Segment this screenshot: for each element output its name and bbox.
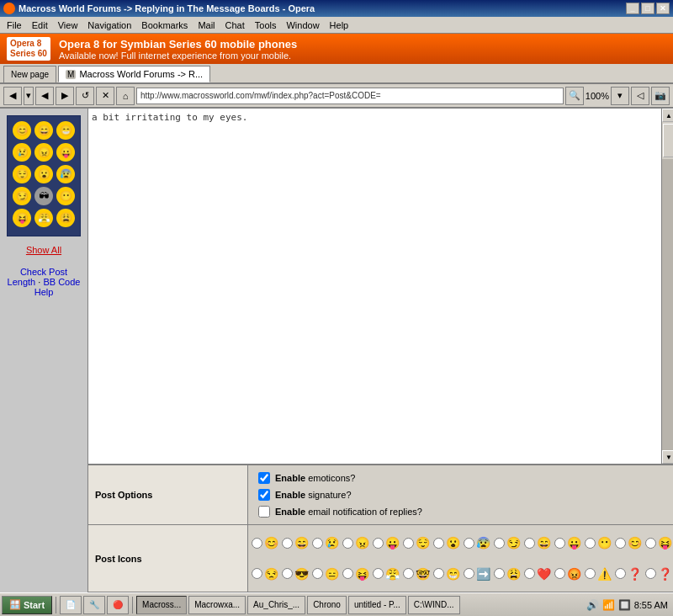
nav-dropdown-button[interactable]: ▾ [24,87,34,105]
icon-radio-20[interactable] [403,568,414,579]
option-emoticons: Enable emoticons? [258,472,665,484]
icon-radio-1[interactable] [252,538,262,549]
active-tab[interactable]: M Macross World Forums -> R... [58,66,210,82]
icon-radio-3[interactable] [312,538,323,549]
icon-radio-24[interactable] [524,568,535,579]
emoticon-4[interactable]: 😢 [13,143,31,162]
stop-button[interactable]: ✕ [96,87,114,105]
menu-navigation[interactable]: Navigation [82,19,136,32]
show-all-button[interactable]: Show All [26,245,61,255]
icon-radio-5[interactable] [373,538,384,549]
menu-edit[interactable]: Edit [27,19,53,32]
window-controls[interactable]: _ □ ✕ [626,3,670,14]
emoticons-checkbox[interactable] [258,472,270,484]
camera-button[interactable]: 📷 [651,87,670,105]
forward-button[interactable]: ▶ [56,87,74,105]
menu-chat[interactable]: Chat [220,19,250,32]
icon-radio-16[interactable] [282,568,293,579]
emoticon-12[interactable]: 😶 [56,187,75,205]
smiley-21: 😁 [446,567,460,581]
icon-radio-27[interactable] [615,568,626,579]
icon-radio-4[interactable] [342,538,353,549]
icon-radio-18[interactable] [342,568,353,579]
menu-tools[interactable]: Tools [250,19,282,32]
post-icon-cell-28: ❓ [645,567,672,581]
icon-radio-10[interactable] [524,538,535,549]
taskbar-macrowxa[interactable]: Macrowxa... [188,596,246,614]
emoticon-8[interactable]: 😮 [34,165,53,183]
new-page-tab[interactable]: New page [3,66,56,82]
email-checkbox[interactable] [258,506,270,518]
taskbar-auchris[interactable]: Au_Chris_... [247,596,305,614]
icon-radio-22[interactable] [464,568,474,579]
textarea-scrollbar[interactable]: ▲ ▼ [662,109,673,464]
smiley-28: ❓ [658,567,672,581]
icon-radio-11[interactable] [554,538,565,549]
emoticon-15[interactable]: 😩 [56,209,75,227]
icon-radio-7[interactable] [433,538,444,549]
taskbar-icon-3[interactable]: 🔴 [107,596,129,614]
icon-radio-15[interactable] [252,568,262,579]
menu-help[interactable]: Help [325,19,354,32]
scroll-down-arrow[interactable]: ▼ [662,450,673,464]
icon-radio-6[interactable] [403,538,414,549]
emoticon-2[interactable]: 😄 [34,121,53,140]
smiley-7: 😮 [446,536,460,550]
zoom-area: 100% ▾ [586,87,629,105]
icon-radio-17[interactable] [312,568,323,579]
menu-bookmarks[interactable]: Bookmarks [136,19,193,32]
taskbar-macross[interactable]: Macross... [136,596,187,614]
minimize-button[interactable]: _ [626,3,639,14]
opera-ad-subtitle: Available now! Full internet experience … [59,50,297,61]
go-button[interactable]: 🔍 [565,87,584,105]
menu-view[interactable]: View [53,19,83,32]
emoticon-13[interactable]: 😝 [13,209,31,227]
menu-mail[interactable]: Mail [193,19,220,32]
icon-radio-9[interactable] [494,538,505,549]
maximize-button[interactable]: □ [641,3,654,14]
icon-radio-25[interactable] [554,568,565,579]
icon-radio-26[interactable] [585,568,596,579]
emoticon-10[interactable]: 😏 [13,187,31,205]
reload-button[interactable]: ↺ [76,87,94,105]
address-bar[interactable]: http://www.macrossworld.com/mwf/index.ph… [136,88,564,104]
emoticon-9[interactable]: 😰 [56,165,75,183]
icon-radio-28[interactable] [645,568,656,579]
scroll-up-arrow[interactable]: ▲ [662,109,673,122]
taskbar-untitled[interactable]: untitled - P... [348,596,406,614]
taskbar-cwind[interactable]: C:\WIND... [408,596,460,614]
emoticon-11[interactable]: 🕶 [34,187,53,205]
message-textarea[interactable]: a bit irritating to my eyes. [88,109,662,464]
page-back-button[interactable]: ◁ [631,87,649,105]
back-button[interactable]: ◀ [35,87,54,105]
icon-radio-13[interactable] [615,538,626,549]
back-nav-button[interactable]: ◀ [3,87,22,105]
menu-window[interactable]: Window [281,19,324,32]
emoticon-14[interactable]: 😤 [34,209,53,227]
icon-radio-8[interactable] [464,538,474,549]
taskbar-icon-2[interactable]: 🔧 [83,596,105,614]
icon-radio-14[interactable] [645,538,656,549]
close-button[interactable]: ✕ [656,3,670,14]
emoticon-6[interactable]: 😛 [56,143,75,162]
icon-radio-21[interactable] [433,568,444,579]
scroll-thumb[interactable] [663,124,673,157]
icon-radio-19[interactable] [373,568,384,579]
bb-code-link[interactable]: BB Code Help [34,277,81,297]
taskbar-chrono[interactable]: Chrono [307,596,347,614]
icon-radio-23[interactable] [494,568,505,579]
zoom-dropdown[interactable]: ▾ [611,87,629,105]
menu-file[interactable]: File [2,19,27,32]
start-button[interactable]: 🪟 Start [2,596,52,614]
home-button[interactable]: ⌂ [116,87,135,105]
emoticon-3[interactable]: 😁 [56,121,75,140]
taskbar-icon-1[interactable]: 📄 [60,596,82,614]
emoticon-7[interactable]: 😌 [13,165,31,183]
icon-radio-12[interactable] [585,538,596,549]
icon-radio-2[interactable] [282,538,293,549]
emoticon-1[interactable]: 😊 [13,121,31,140]
signature-checkbox[interactable] [258,489,270,501]
post-icon-cell-18: 😝 [342,567,369,581]
emoticon-5[interactable]: 😠 [34,143,53,162]
opera-ad-bar[interactable]: Opera 8 Series 60 Opera 8 for Symbian Se… [0,34,673,64]
